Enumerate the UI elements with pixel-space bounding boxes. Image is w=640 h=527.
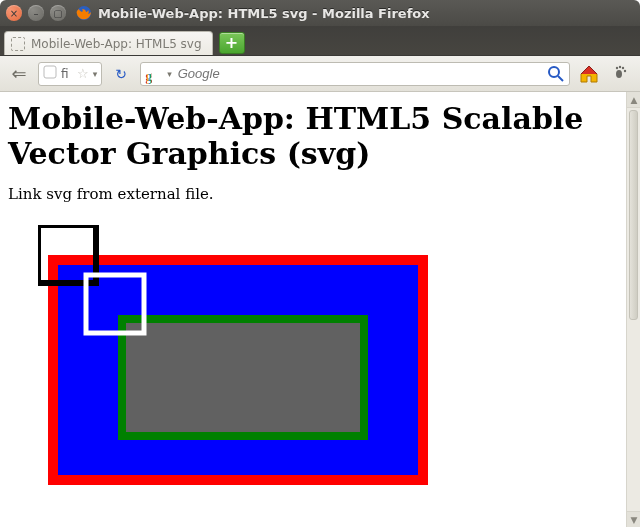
back-button[interactable]: ⇐ [6,62,32,86]
reload-icon: ↻ [115,66,127,82]
footprint-icon [613,64,629,84]
window-minimize-button[interactable]: – [28,5,44,21]
svg-line-3 [558,76,563,81]
new-tab-button[interactable]: + [219,32,245,54]
url-bar[interactable]: fi ☆ ▾ [38,62,102,86]
google-engine-icon[interactable] [145,66,161,82]
svg-rect-12 [126,323,360,432]
svg-point-4 [616,70,622,78]
svg-point-2 [549,67,559,77]
search-engine-dropdown-icon[interactable]: ▾ [167,69,172,79]
page-paragraph: Link svg from external file. [8,185,618,203]
home-button[interactable] [576,62,602,86]
svg-point-8 [624,69,626,71]
url-text: fi [61,67,73,81]
window-maximize-button[interactable]: ▢ [50,5,66,21]
chevron-down-icon: ▼ [631,515,638,525]
page-viewport: Mobile-Web-App: HTML5 Scalable Vector Gr… [0,92,640,527]
navigation-toolbar: ⇐ fi ☆ ▾ ↻ ▾ [0,56,640,92]
search-input[interactable] [178,66,541,81]
firefox-icon [76,5,92,21]
tab-label: Mobile-Web-App: HTML5 svg [31,37,202,51]
tab-favicon-placeholder-icon [11,37,25,51]
svg-point-6 [619,65,621,67]
reload-button[interactable]: ↻ [108,62,134,86]
back-arrow-icon: ⇐ [11,63,26,84]
vertical-scrollbar[interactable]: ▲ ▼ [626,92,640,527]
chevron-up-icon: ▲ [631,95,638,105]
window-titlebar: × – ▢ Mobile-Web-App: HTML5 svg - Mozill… [0,0,640,26]
scroll-thumb[interactable] [629,110,638,320]
svg-point-5 [616,66,618,68]
tab-strip: Mobile-Web-App: HTML5 svg + [0,26,640,56]
search-bar[interactable]: ▾ [140,62,570,86]
search-submit-icon[interactable] [547,65,565,83]
embedded-svg [38,225,438,475]
addon-footprint-button[interactable] [608,62,634,86]
scroll-up-button[interactable]: ▲ [627,92,640,108]
scroll-down-button[interactable]: ▼ [627,511,640,527]
tab-active[interactable]: Mobile-Web-App: HTML5 svg [4,31,213,55]
window-title: Mobile-Web-App: HTML5 svg - Mozilla Fire… [98,6,430,21]
page-heading: Mobile-Web-App: HTML5 Scalable Vector Gr… [8,102,618,171]
site-identity-icon [43,65,57,82]
svg-rect-1 [44,66,56,78]
home-icon [578,63,600,85]
page-content: Mobile-Web-App: HTML5 Scalable Vector Gr… [0,92,626,527]
url-dropdown-icon[interactable]: ▾ [93,69,98,79]
svg-point-7 [622,66,624,68]
window-close-button[interactable]: × [6,5,22,21]
bookmark-star-icon[interactable]: ☆ [77,66,89,81]
plus-icon: + [225,35,238,51]
